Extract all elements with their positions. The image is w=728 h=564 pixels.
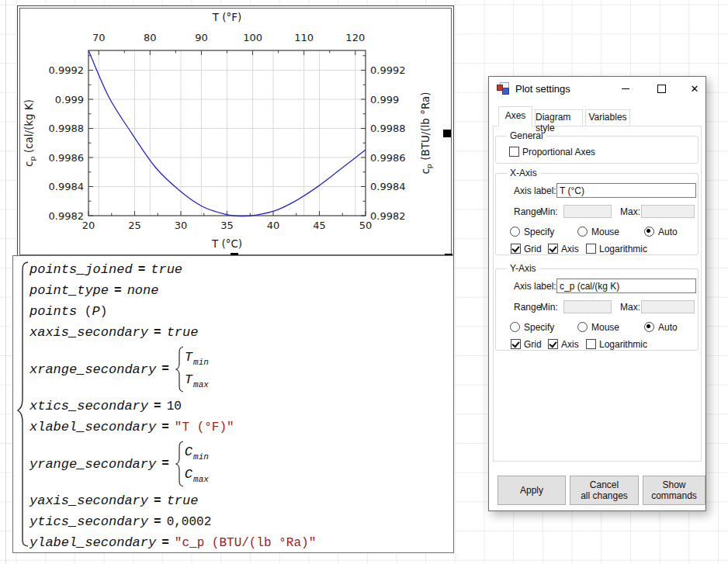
checkbox-grid[interactable] bbox=[511, 339, 521, 349]
close-button[interactable]: ✕ bbox=[682, 77, 707, 100]
x-axis-group: X-AxisAxis label:RangeMin:Max:SpecifyMou… bbox=[495, 173, 699, 255]
button-cancel-all-changes[interactable]: Cancelall changes bbox=[570, 476, 639, 505]
svg-text:0.9992: 0.9992 bbox=[370, 64, 406, 76]
code-op: = bbox=[114, 284, 122, 298]
svg-text:0.9982: 0.9982 bbox=[49, 210, 85, 222]
tab-variables[interactable]: Variables bbox=[585, 109, 630, 126]
maximize-button[interactable] bbox=[648, 77, 674, 100]
svg-text:100: 100 bbox=[243, 32, 262, 43]
svg-text:110: 110 bbox=[294, 32, 314, 43]
system-value: TminTmax bbox=[175, 345, 209, 393]
checkbox-logarithmic[interactable] bbox=[586, 339, 596, 349]
code-id: ylabel_secondary bbox=[29, 535, 156, 550]
svg-text:0.9982: 0.9982 bbox=[370, 210, 406, 222]
y-axis-min-input bbox=[563, 300, 612, 313]
code-op: = bbox=[154, 326, 161, 340]
svg-text:0.9988: 0.9988 bbox=[49, 123, 85, 134]
code-line[interactable]: points (P) bbox=[29, 301, 316, 322]
svg-text:20: 20 bbox=[82, 220, 95, 231]
y-axis-axis-label-input[interactable] bbox=[556, 279, 696, 293]
minimize-button[interactable] bbox=[612, 77, 639, 100]
radio-label-auto: Auto bbox=[658, 322, 678, 333]
code-id: ytics_secondary bbox=[29, 514, 148, 529]
y2-axis-title: cp (BTU/(lb °Ra) bbox=[419, 92, 433, 174]
svg-text:25: 25 bbox=[128, 220, 141, 231]
code-line[interactable]: point_type=none bbox=[29, 280, 316, 301]
code-op: = bbox=[154, 400, 161, 413]
radio-mouse[interactable] bbox=[577, 227, 588, 237]
code-lines: points_joined=truepoint_type=nonepoints … bbox=[29, 256, 316, 553]
code-id: xlabel_secondary bbox=[29, 420, 156, 434]
checkbox-grid[interactable] bbox=[511, 244, 521, 254]
svg-text:0.9988: 0.9988 bbox=[370, 123, 406, 134]
code-id: points_joined bbox=[29, 262, 133, 277]
svg-text:0.999: 0.999 bbox=[370, 94, 399, 106]
y-axis-group: Y-AxisAxis label:RangeMin:Max:SpecifyMou… bbox=[495, 268, 699, 351]
tab-diagram-style[interactable]: Diagram style bbox=[535, 109, 583, 126]
checkbox-label-logarithmic: Logarithmic bbox=[599, 244, 647, 254]
x-axis-axis-label-caption: Axis label: bbox=[514, 185, 556, 196]
code-str: "c_p (BTU/(lb °Ra)" bbox=[175, 536, 316, 550]
code-line[interactable]: ylabel_secondary="c_p (BTU/(lb °Ra)" bbox=[29, 532, 316, 553]
checkbox-proportional-axes[interactable] bbox=[509, 147, 519, 157]
code-op: = bbox=[161, 362, 169, 376]
button-apply[interactable]: Apply bbox=[497, 476, 566, 505]
tab-axes[interactable]: Axes bbox=[498, 106, 532, 126]
radio-specify[interactable] bbox=[510, 322, 520, 332]
subscripted-var: Cmin bbox=[185, 445, 209, 462]
small-brace bbox=[175, 345, 185, 393]
code-op: = bbox=[161, 536, 169, 550]
code-id: xrange_secondary bbox=[29, 362, 156, 377]
checkbox-axis[interactable] bbox=[548, 339, 558, 349]
subscripted-var: Tmax bbox=[185, 372, 209, 389]
checkbox-label-proportional-axes: Proportional Axes bbox=[522, 147, 595, 157]
x-axis-max-input bbox=[641, 205, 695, 218]
plot-canvas: 202530354045507080901001101200.99820.998… bbox=[17, 5, 454, 258]
code-plain: ) bbox=[100, 305, 108, 319]
radio-label-mouse: Mouse bbox=[591, 322, 619, 333]
code-str: "T (°F)" bbox=[175, 420, 234, 434]
subscripted-var: Cmax bbox=[185, 467, 209, 484]
code-line[interactable]: points_joined=true bbox=[29, 259, 316, 280]
svg-text:0.9986: 0.9986 bbox=[49, 152, 85, 164]
code-line[interactable]: xaxis_secondary=true bbox=[29, 322, 316, 343]
y-axis-title: cp (cal/(kg K) bbox=[23, 99, 36, 167]
code-id: yrange_secondary bbox=[29, 457, 156, 472]
svg-text:0.999: 0.999 bbox=[55, 94, 84, 106]
code-kw: true bbox=[151, 262, 182, 277]
radio-auto[interactable] bbox=[644, 227, 654, 237]
code-kw: true bbox=[167, 493, 199, 508]
dialog-title: Plot settings bbox=[515, 83, 570, 95]
plot-grid bbox=[88, 50, 366, 216]
svg-text:70: 70 bbox=[92, 32, 106, 43]
radio-mouse[interactable] bbox=[577, 322, 588, 332]
dialog-titlebar[interactable]: Plot settings ✕ bbox=[489, 77, 705, 100]
x-axis-axis-label-input[interactable] bbox=[556, 183, 696, 198]
code-line[interactable]: xrange_secondary=TminTmax bbox=[29, 343, 316, 396]
subscripted-var: Tmin bbox=[185, 350, 209, 367]
worksheet-canvas: 202530354045507080901001101200.99820.998… bbox=[0, 0, 728, 564]
code-op: = bbox=[161, 420, 169, 434]
code-line[interactable]: yaxis_secondary=true bbox=[29, 490, 316, 511]
general-group: General Proportional Axes bbox=[495, 136, 699, 164]
checkbox-axis[interactable] bbox=[548, 244, 558, 254]
code-line[interactable]: xlabel_secondary="T (°F)" bbox=[29, 417, 316, 438]
code-line[interactable]: xtics_secondary=10 bbox=[29, 396, 316, 417]
svg-text:0.9984: 0.9984 bbox=[49, 181, 85, 192]
code-line[interactable]: yrange_secondary=CminCmax bbox=[29, 438, 316, 490]
code-id: yaxis_secondary bbox=[29, 493, 148, 508]
radio-auto[interactable] bbox=[644, 322, 654, 332]
checkbox-label-logarithmic: Logarithmic bbox=[599, 339, 647, 350]
minimize-icon bbox=[622, 88, 629, 89]
code-line[interactable]: ytics_secondary=0,0002 bbox=[29, 511, 316, 532]
plot-region[interactable]: 202530354045507080901001101200.99820.998… bbox=[17, 5, 454, 258]
checkbox-logarithmic[interactable] bbox=[586, 244, 596, 254]
plot-parameters-region[interactable]: points_joined=truepoint_type=nonepoints … bbox=[12, 255, 454, 553]
button-show-commands[interactable]: Showcommands bbox=[643, 476, 705, 505]
code-op: = bbox=[154, 515, 161, 529]
svg-text:0.9986: 0.9986 bbox=[370, 152, 406, 164]
code-plain: ( bbox=[77, 305, 92, 319]
resize-handle-right[interactable] bbox=[443, 130, 451, 137]
small-brace bbox=[175, 440, 185, 488]
radio-specify[interactable] bbox=[510, 227, 520, 237]
